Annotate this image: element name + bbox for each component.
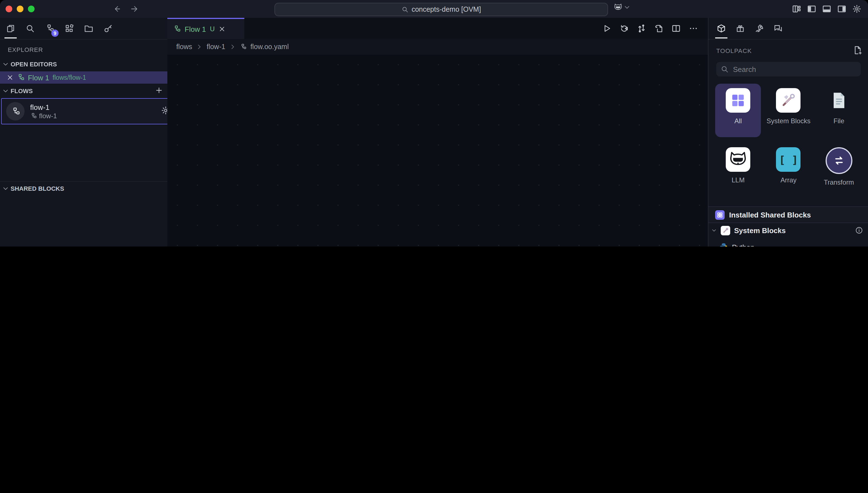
quickstart-tab-icon[interactable] — [753, 22, 765, 35]
split-editor-icon[interactable] — [672, 24, 681, 33]
breadcrumb-flows[interactable]: flows — [176, 43, 192, 51]
system-blocks-tools-icon — [721, 226, 730, 235]
editor-area: Flow 1 U flows flow-1 flow.oo.yaml — [167, 18, 708, 246]
toolpack-search[interactable] — [716, 62, 861, 77]
flow-file-icon — [17, 73, 24, 81]
category-peek[interactable] — [715, 202, 761, 206]
category-all[interactable]: All — [715, 84, 761, 137]
app-window: concepts-demo [OVM] 9 EXPLORER — [0, 0, 868, 246]
flows-activity-icon[interactable]: 9 — [43, 22, 56, 35]
shared-blocks-section-header[interactable]: SHARED BLOCKS — [0, 181, 170, 195]
titlebar: concepts-demo [OVM] — [0, 0, 868, 18]
tab-title: Flow 1 — [185, 25, 206, 33]
toggle-bottom-panel-icon[interactable] — [822, 4, 831, 14]
history-forward-icon[interactable] — [130, 5, 138, 13]
llm-fox-icon — [726, 147, 750, 172]
maximize-window-button[interactable] — [28, 5, 35, 12]
explorer-header: EXPLORER — [0, 43, 181, 56]
workspace-title: concepts-demo [OVM] — [412, 5, 481, 14]
category-transform[interactable]: Transform — [816, 143, 862, 196]
export-flow-icon[interactable] — [654, 24, 663, 33]
file-doc-icon — [827, 88, 851, 113]
explorer-activity-icon[interactable] — [4, 22, 17, 35]
toolpack-category-grid: All System Blocks — [715, 84, 862, 206]
category-file[interactable]: File — [816, 84, 862, 137]
search-icon — [721, 65, 728, 73]
tab-close-icon[interactable] — [219, 26, 225, 33]
open-editor-name: Flow 1 — [28, 73, 49, 82]
breadcrumb: flows flow-1 flow.oo.yaml — [167, 39, 708, 55]
compare-changes-icon[interactable] — [637, 24, 646, 33]
store-tab-icon[interactable] — [734, 22, 746, 35]
rerun-flow-icon[interactable] — [620, 24, 629, 33]
toolpack-tab-icon[interactable] — [715, 22, 727, 35]
search-icon — [402, 6, 408, 13]
toolpack-search-input[interactable] — [732, 64, 856, 74]
new-toolpack-icon[interactable] — [853, 46, 862, 55]
flow-card[interactable]: flow-1 flow-1 — [1, 98, 175, 124]
open-editor-item[interactable]: Flow 1 flows/flow-1 U — [0, 71, 183, 84]
tab-flow-1[interactable]: Flow 1 U — [167, 18, 244, 39]
flow-canvas[interactable] — [167, 55, 708, 246]
installed-shared-blocks-header: Installed Shared Blocks — [708, 206, 868, 223]
oomol-fox-icon — [614, 3, 622, 12]
open-editors-section-header[interactable]: OPEN EDITORS — [0, 58, 170, 70]
all-blocks-icon — [726, 88, 750, 113]
info-icon[interactable] — [855, 227, 863, 234]
group-system-blocks[interactable]: System Blocks — [708, 222, 868, 239]
system-blocks-tools-icon — [776, 88, 801, 113]
chevron-down-icon — [624, 4, 630, 10]
folder-activity-icon[interactable] — [83, 22, 95, 35]
flow-card-subtitle: flow-1 — [39, 112, 57, 120]
settings-gear-icon[interactable] — [852, 4, 861, 14]
category-llm[interactable]: LLM — [715, 143, 761, 196]
toggle-left-sidebar-icon[interactable] — [807, 4, 816, 14]
run-flow-icon[interactable] — [602, 24, 611, 33]
command-center-search[interactable]: concepts-demo [OVM] — [274, 3, 608, 16]
category-peek[interactable] — [816, 202, 862, 206]
activity-bar: 9 — [0, 18, 167, 40]
open-editor-path: flows/flow-1 — [53, 74, 86, 81]
minimize-window-button[interactable] — [17, 5, 23, 12]
right-panel: TOOLPACK All — [708, 18, 868, 246]
editor-more-icon[interactable] — [689, 24, 698, 33]
flow-mini-icon — [30, 112, 37, 119]
flow-avatar — [6, 102, 24, 121]
flow-file-icon — [173, 25, 181, 33]
extensions-activity-icon[interactable] — [63, 22, 75, 35]
chat-tab-icon[interactable] — [772, 22, 784, 35]
history-back-icon[interactable] — [114, 5, 122, 13]
customize-layout-icon[interactable] — [792, 4, 801, 14]
flow-card-title: flow-1 — [30, 103, 57, 111]
left-sidebar: 9 EXPLORER OPEN EDITORS Flow 1 flows/flo… — [0, 18, 168, 246]
flows-count-badge: 9 — [51, 29, 59, 37]
flow-file-icon — [240, 43, 247, 50]
category-peek[interactable] — [766, 202, 812, 206]
editor-tabstrip: Flow 1 U — [167, 18, 708, 39]
category-array[interactable]: [ ] Array — [766, 143, 812, 196]
installed-blocks-list: System Blocks Python TS TypeScript JS Ja… — [708, 222, 868, 246]
category-system-blocks[interactable]: System Blocks — [766, 84, 812, 137]
secrets-activity-icon[interactable] — [102, 22, 114, 35]
toggle-right-sidebar-icon[interactable] — [837, 4, 846, 14]
breadcrumb-flow-1[interactable]: flow-1 — [207, 43, 225, 51]
flows-section-header[interactable]: FLOWS — [0, 85, 170, 97]
toolpack-header: TOOLPACK — [708, 40, 868, 58]
shared-blocks-icon — [715, 210, 725, 219]
python-icon — [719, 242, 728, 246]
editor-actions — [602, 18, 708, 39]
oomol-menu[interactable] — [614, 3, 630, 12]
breadcrumb-file[interactable]: flow.oo.yaml — [251, 43, 289, 51]
array-brackets-icon: [ ] — [776, 147, 801, 172]
block-python[interactable]: Python — [708, 239, 868, 246]
add-flow-icon[interactable] — [155, 86, 163, 94]
explorer-title: EXPLORER — [8, 46, 43, 53]
close-editor-icon[interactable] — [7, 74, 14, 81]
transform-arrows-icon — [826, 147, 852, 174]
close-window-button[interactable] — [5, 5, 12, 12]
right-panel-tabs — [708, 18, 868, 40]
tab-git-badge: U — [210, 25, 215, 33]
search-activity-icon[interactable] — [24, 22, 36, 35]
